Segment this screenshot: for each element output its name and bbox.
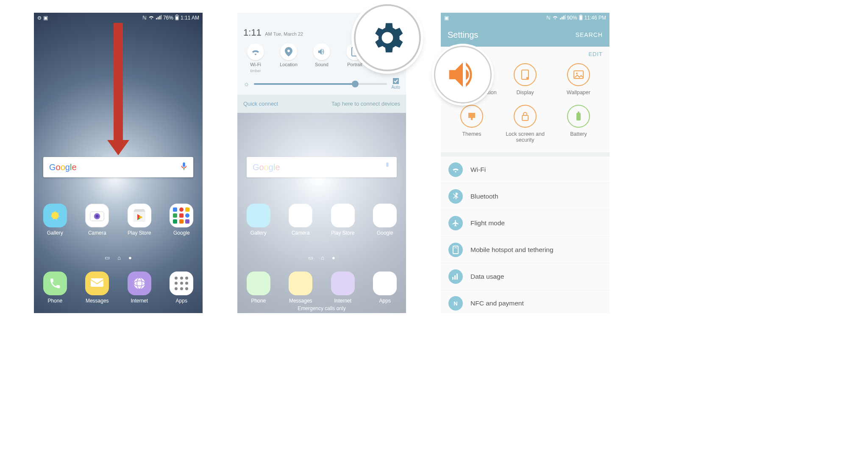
qs-label: Wi-Fi bbox=[250, 62, 261, 67]
app-gallery[interactable]: Gallery bbox=[39, 204, 72, 236]
grid-label: Battery bbox=[570, 131, 587, 137]
settings-item-data-usage[interactable]: Data usage bbox=[441, 263, 609, 290]
settings-title: Settings bbox=[448, 30, 478, 40]
search-button[interactable]: SEARCH bbox=[576, 31, 603, 38]
page-indicator[interactable]: ▭ ⌂ ● bbox=[34, 255, 203, 261]
settings-item-wifi[interactable]: Wi-Fi bbox=[441, 157, 609, 183]
qs-wifi[interactable]: Wi-Fi timber bbox=[242, 43, 269, 73]
svg-rect-9 bbox=[91, 278, 103, 287]
item-label: Data usage bbox=[470, 273, 504, 280]
data-usage-icon bbox=[448, 269, 463, 284]
app-phone[interactable]: Phone bbox=[39, 272, 72, 304]
status-bar: ⊖ ▣ ℕ 76% 1:11 AM bbox=[34, 13, 203, 23]
app-messages[interactable]: Messages bbox=[81, 272, 114, 304]
app-apps-drawer[interactable]: Apps bbox=[165, 272, 198, 304]
messages-icon bbox=[85, 272, 109, 295]
brightness-thumb[interactable] bbox=[352, 81, 359, 87]
svg-rect-28 bbox=[452, 277, 453, 280]
home-apps-row: Gallery Camera Play Store Google bbox=[34, 204, 203, 236]
svg-rect-16 bbox=[580, 14, 581, 15]
app-label: Camera bbox=[88, 230, 106, 236]
quick-connect-bar[interactable]: Quick connect Tap here to connect device… bbox=[237, 95, 406, 113]
svg-rect-23 bbox=[471, 118, 473, 120]
app-label: Phone bbox=[47, 298, 62, 304]
grid-battery[interactable]: Battery bbox=[552, 105, 605, 143]
qs-location[interactable]: Location bbox=[275, 43, 302, 73]
dnd-icon: ⊖ bbox=[37, 15, 42, 21]
clock: 1:11 AM bbox=[181, 15, 199, 21]
grid-display[interactable]: Display bbox=[498, 63, 552, 95]
hotspot-icon bbox=[448, 243, 463, 257]
app-play-store[interactable]: Play Store bbox=[123, 204, 156, 236]
item-label: Wi-Fi bbox=[470, 166, 486, 174]
svg-rect-30 bbox=[456, 274, 458, 280]
grid-lock-security[interactable]: Lock screen and security bbox=[498, 105, 552, 143]
mic-icon[interactable] bbox=[181, 162, 187, 173]
google-search-bar[interactable]: Google bbox=[43, 157, 193, 177]
clock: 11:46 PM bbox=[584, 15, 606, 21]
svg-rect-22 bbox=[468, 113, 475, 118]
highlight-settings-gear bbox=[354, 4, 421, 71]
phone-home-screen: ⊖ ▣ ℕ 76% 1:11 AM Google bbox=[34, 13, 203, 313]
signal-icon bbox=[156, 15, 161, 21]
app-label: Internet bbox=[131, 298, 148, 304]
swipe-down-arrowhead bbox=[107, 140, 129, 155]
app-label: Gallery bbox=[47, 230, 63, 236]
auto-brightness-toggle[interactable]: Auto bbox=[391, 78, 400, 90]
quick-connect-label: Quick connect bbox=[243, 101, 278, 107]
svg-rect-29 bbox=[454, 275, 456, 280]
home-page-icon: ⌂ bbox=[117, 255, 121, 261]
settings-item-flight-mode[interactable]: Flight mode bbox=[441, 210, 609, 237]
checkbox-icon bbox=[393, 78, 399, 84]
wifi-icon bbox=[247, 43, 264, 60]
phone-icon bbox=[43, 272, 67, 295]
apps-icon bbox=[170, 272, 193, 295]
qs-sound[interactable]: Sound bbox=[309, 43, 335, 73]
battery-icon bbox=[579, 14, 583, 22]
internet-icon bbox=[128, 272, 151, 295]
airplane-icon bbox=[448, 216, 463, 230]
brightness-slider[interactable] bbox=[254, 83, 387, 85]
svg-point-19 bbox=[526, 77, 529, 79]
settings-item-nfc[interactable]: N NFC and payment bbox=[441, 290, 609, 313]
nfc-icon: N bbox=[448, 296, 463, 311]
panel-date: AM Tue, March 22 bbox=[265, 31, 303, 36]
app-label: Messages bbox=[86, 298, 109, 304]
settings-item-bluetooth[interactable]: Bluetooth bbox=[441, 183, 609, 210]
svg-rect-26 bbox=[578, 112, 579, 113]
grid-wallpaper[interactable]: Wallpaper bbox=[552, 63, 605, 95]
dock: Phone Messages Internet Apps bbox=[34, 272, 203, 304]
qs-sublabel: timber bbox=[250, 69, 261, 73]
item-label: Bluetooth bbox=[470, 193, 498, 200]
svg-point-21 bbox=[576, 73, 578, 74]
app-google-folder[interactable]: Google bbox=[165, 204, 198, 236]
status-bar: ▣ ℕ 90% 11:46 PM bbox=[441, 13, 609, 23]
quick-connect-hint: Tap here to connect devices bbox=[331, 101, 400, 107]
panel-time: 1:11 bbox=[243, 27, 262, 38]
bluetooth-icon bbox=[448, 189, 463, 204]
auto-brightness-icon: ☼ bbox=[243, 80, 250, 88]
grid-label: Themes bbox=[462, 131, 481, 137]
qs-label: Sound bbox=[315, 62, 328, 67]
svg-rect-3 bbox=[183, 162, 185, 167]
svg-rect-1 bbox=[176, 14, 178, 15]
gallery-icon bbox=[43, 204, 67, 227]
app-camera[interactable]: Camera bbox=[81, 204, 114, 236]
app-label: Google bbox=[173, 230, 190, 236]
battery-icon bbox=[567, 105, 590, 128]
item-label: Mobile hotspot and tethering bbox=[470, 246, 554, 254]
wifi-icon bbox=[448, 162, 463, 177]
item-label: Flight mode bbox=[470, 219, 505, 227]
app-internet[interactable]: Internet bbox=[123, 272, 156, 304]
swipe-down-arrow bbox=[114, 23, 123, 146]
display-icon bbox=[514, 63, 537, 86]
svg-rect-2 bbox=[176, 16, 178, 20]
settings-item-hotspot[interactable]: Mobile hotspot and tethering bbox=[441, 237, 609, 263]
google-folder-icon bbox=[170, 204, 193, 227]
screenshot-icon: ▣ bbox=[444, 15, 449, 21]
sound-icon bbox=[313, 43, 330, 60]
grid-themes[interactable]: Themes bbox=[445, 105, 498, 143]
svg-rect-17 bbox=[580, 16, 582, 20]
auto-label: Auto bbox=[391, 85, 400, 90]
battery-icon bbox=[175, 14, 179, 22]
